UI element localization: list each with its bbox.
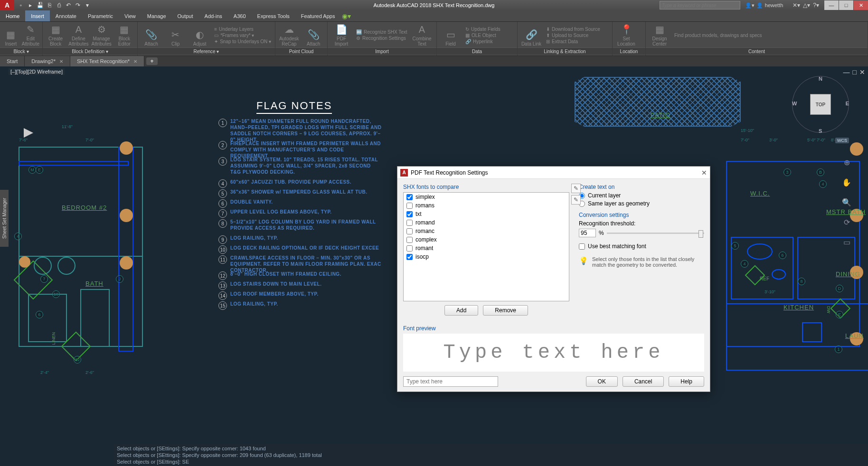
tab-annotate[interactable]: Annotate <box>50 10 82 21</box>
extract-data-button[interactable]: ⊞Extract Data <box>544 38 602 45</box>
tab-output[interactable]: Output <box>172 10 199 21</box>
wcs-badge[interactable]: WCS <box>835 138 849 143</box>
define-attr-button[interactable]: ADefine Attributes <box>67 23 89 47</box>
viewcube[interactable]: TOP N S E W <box>792 76 849 133</box>
font-checkbox[interactable] <box>406 237 413 243</box>
font-checkbox[interactable] <box>406 245 413 252</box>
font-checkbox[interactable] <box>406 203 413 209</box>
attach-pc-button[interactable]: 📎Attach <box>302 23 326 47</box>
minimize-button[interactable]: — <box>824 0 839 10</box>
close-tab-icon[interactable]: ✕ <box>133 59 137 64</box>
tab-manage[interactable]: Manage <box>142 10 172 21</box>
plot-icon[interactable]: ⎙ <box>55 1 63 9</box>
tab-view[interactable]: View <box>119 10 142 21</box>
user-menu[interactable]: 👤▾ 👤 hewetth <box>745 2 783 9</box>
dialog-close-icon[interactable]: ✕ <box>701 169 707 177</box>
redo-icon[interactable]: ↷ <box>74 1 82 9</box>
tab-insert[interactable]: Insert <box>25 10 50 21</box>
recognition-settings-button[interactable]: ⚙Recognition Settings <box>354 35 409 41</box>
undo-icon[interactable]: ↶ <box>65 1 72 9</box>
clip-button[interactable]: ✂Clip <box>164 23 187 47</box>
create-block-button[interactable]: ▦Create Block <box>45 23 66 47</box>
font-checkbox[interactable] <box>406 220 413 226</box>
group-block[interactable]: Block ▾ <box>0 47 42 55</box>
field-button[interactable]: ▭Field <box>439 23 462 47</box>
font-checkbox[interactable] <box>406 254 413 260</box>
maximize-button[interactable]: □ <box>839 0 853 10</box>
font-item-txt[interactable]: txt <box>404 210 569 218</box>
font-item-romans[interactable]: romans <box>404 201 569 210</box>
ribbon-more-icon[interactable]: ◉▾ <box>340 10 352 21</box>
qa-dropdown-icon[interactable]: ▾ <box>84 1 91 9</box>
threshold-slider[interactable] <box>607 233 704 234</box>
move-up-icon[interactable]: ✎ <box>571 184 581 193</box>
tab-home[interactable]: Home <box>0 10 25 21</box>
attach-button[interactable]: 📎Attach <box>140 23 163 47</box>
add-button[interactable]: Add <box>444 305 478 316</box>
tab-featured[interactable]: Featured Apps <box>295 10 341 21</box>
compass-e[interactable]: E <box>846 101 849 106</box>
dialog-title-bar[interactable]: A PDF Text Recognition Settings ✕ <box>397 167 710 179</box>
recognize-shx-button[interactable]: 🔤Recognize SHX Text <box>354 29 409 35</box>
hyperlink-button[interactable]: 🔗Hyperlink <box>463 38 502 45</box>
font-item-complex[interactable]: complex <box>404 235 569 244</box>
orbit-icon[interactable]: ⟳ <box>841 216 852 228</box>
font-checkbox[interactable] <box>406 211 413 217</box>
font-item-simplex[interactable]: simplex <box>404 193 569 201</box>
compass-w[interactable]: W <box>792 101 797 106</box>
font-checkbox[interactable] <box>406 228 413 234</box>
doc-tab-start[interactable]: Start <box>0 56 25 66</box>
radio-same-layer[interactable]: Same layer as geometry <box>579 200 704 207</box>
preview-text-input[interactable] <box>403 376 498 387</box>
threshold-input[interactable] <box>579 229 596 237</box>
compass-n[interactable]: N <box>819 76 822 82</box>
compass-s[interactable]: S <box>819 128 822 134</box>
font-item-romant[interactable]: romant <box>404 244 569 252</box>
radio-current-layer[interactable]: Current layer <box>579 192 704 199</box>
showmotion-icon[interactable]: ▭ <box>841 236 852 248</box>
underlay-layers-button[interactable]: ≡Underlay Layers <box>212 26 273 32</box>
close-button[interactable]: ✕ <box>854 0 868 10</box>
manage-attr-button[interactable]: ⚙Manage Attributes <box>91 23 113 47</box>
upload-source-button[interactable]: ⬆Upload to Source <box>544 32 602 38</box>
open-icon[interactable]: ▸ <box>27 1 34 9</box>
font-item-romanc[interactable]: romanc <box>404 227 569 235</box>
close-tab-icon[interactable]: ✕ <box>59 59 63 64</box>
app-logo[interactable]: A <box>0 0 14 10</box>
tab-express[interactable]: Express Tools <box>252 10 295 21</box>
move-down-icon[interactable]: ✎ <box>571 195 581 205</box>
cancel-button[interactable]: Cancel <box>623 376 664 387</box>
new-tab-button[interactable]: + <box>146 57 158 65</box>
save-icon[interactable]: 💾 <box>36 1 44 9</box>
exchange-icon[interactable]: ✕▾ <box>793 2 800 9</box>
adjust-button[interactable]: ◐Adjust <box>188 23 211 47</box>
best-font-checkbox[interactable]: Use best matching font <box>579 243 704 250</box>
font-item-isocp[interactable]: isocp <box>404 252 569 261</box>
search-input[interactable] <box>660 1 740 9</box>
group-reference[interactable]: Reference ▾ <box>138 47 275 55</box>
tab-addins[interactable]: Add-ins <box>199 10 228 21</box>
download-source-button[interactable]: ⬇Download from Source <box>544 26 602 32</box>
ole-button[interactable]: ▦OLE Object <box>463 32 502 38</box>
remove-button[interactable]: Remove <box>483 305 528 316</box>
steering-wheel-icon[interactable]: ⊕ <box>841 157 852 168</box>
group-block-def[interactable]: Block Definition ▾ <box>43 47 137 55</box>
update-fields-button[interactable]: ↻Update Fields <box>463 26 502 32</box>
snap-underlays-button[interactable]: ✦Snap to Underlays ON ▾ <box>212 38 273 45</box>
saveas-icon[interactable]: ⎘ <box>46 1 53 9</box>
font-item-romand[interactable]: romand <box>404 218 569 227</box>
design-center-button[interactable]: ▦Design Center <box>648 23 671 47</box>
pdf-import-button[interactable]: 📄PDF Import <box>330 23 353 47</box>
help-button[interactable]: Help <box>669 376 704 387</box>
help-icon[interactable]: ?▾ <box>813 2 819 9</box>
doc-tab-shx[interactable]: SHX Text Recognition*✕ <box>70 56 144 66</box>
command-line[interactable]: Select objects or [SEttings]: Specify op… <box>114 444 868 466</box>
data-link-button[interactable]: 🔗Data Link <box>519 23 543 47</box>
viewcube-face[interactable]: TOP <box>810 94 831 115</box>
zoom-extents-icon[interactable]: 🔍 <box>841 196 852 208</box>
frames-button[interactable]: ▭*Frames vary* ▾ <box>212 32 273 38</box>
insert-block-button[interactable]: ▦Insert <box>2 23 20 47</box>
font-list[interactable]: simplexromanstxtromandromanccomplexroman… <box>403 192 569 301</box>
doc-tab-drawing2[interactable]: Drawing2*✕ <box>25 56 70 66</box>
set-location-button[interactable]: 📍Set Location <box>614 23 638 47</box>
